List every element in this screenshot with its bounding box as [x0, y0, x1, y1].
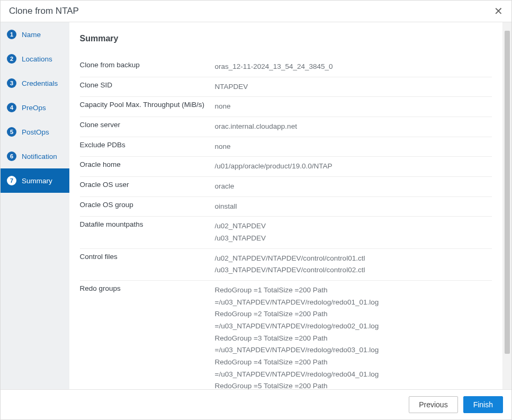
summary-row: Clone SIDNTAPDEV: [80, 77, 492, 97]
summary-value-line: RedoGroup =3 TotalSize =200 Path =/u03_N…: [215, 333, 492, 356]
wizard-sidebar: 1 Name 2 Locations 3 Credentials 4 PreOp…: [1, 22, 69, 389]
step-number-icon: 7: [7, 176, 16, 185]
summary-value: none: [215, 141, 492, 153]
summary-row: Exclude PDBsnone: [80, 137, 492, 157]
summary-value: NTAPDEV: [215, 81, 492, 93]
wizard-step-credentials[interactable]: 3 Credentials: [1, 71, 69, 95]
summary-label: Exclude PDBs: [80, 141, 215, 149]
step-number-icon: 6: [7, 151, 16, 161]
wizard-step-label: PostOps: [22, 128, 49, 136]
summary-value: /u02_NTAPDEV/NTAPDEV/control/control01.c…: [215, 253, 492, 276]
summary-value: oracle: [215, 181, 492, 193]
step-number-icon: 2: [7, 54, 16, 64]
summary-label: Clone from backup: [80, 61, 215, 69]
summary-label: Oracle OS group: [80, 201, 215, 209]
step-number-icon: 1: [7, 30, 16, 39]
summary-value-line: orac.internal.cloudapp.net: [215, 121, 492, 133]
summary-value-line: RedoGroup =2 TotalSize =200 Path =/u03_N…: [215, 308, 492, 332]
summary-row: Capacity Pool Max. Throughput (MiB/s)non…: [80, 96, 492, 117]
summary-table: Clone from backuporas_12-11-2024_13_54_2…: [80, 57, 492, 389]
summary-row: Datafile mountpaths/u02_NTAPDEV/u03_NTAP…: [80, 216, 492, 248]
summary-label: Clone SID: [80, 81, 215, 89]
wizard-step-locations[interactable]: 2 Locations: [1, 47, 69, 71]
dialog-header: Clone from NTAP ✕: [1, 1, 511, 22]
summary-row: Redo groupsRedoGroup =1 TotalSize =200 P…: [80, 280, 492, 389]
step-number-icon: 3: [7, 78, 16, 88]
clone-wizard-dialog: Clone from NTAP ✕ 1 Name 2 Locations 3 C…: [0, 0, 512, 420]
summary-value-line: oinstall: [215, 201, 492, 213]
summary-value: none: [215, 101, 492, 113]
step-number-icon: 5: [7, 127, 16, 137]
wizard-step-preops[interactable]: 4 PreOps: [1, 95, 69, 120]
wizard-step-label: Notification: [22, 153, 57, 160]
summary-row: Oracle OS groupoinstall: [80, 196, 492, 217]
summary-value: /u01/app/oracle/product/19.0.0/NTAP: [215, 160, 492, 173]
summary-value-line: NTAPDEV: [215, 81, 492, 93]
page-heading: Summary: [80, 34, 492, 43]
summary-panel: Summary Clone from backuporas_12-11-2024…: [69, 22, 504, 389]
summary-label: Clone server: [80, 121, 215, 129]
summary-value-line: none: [215, 141, 492, 153]
summary-row: Clone from backuporas_12-11-2024_13_54_2…: [80, 57, 492, 77]
content-wrap: Summary Clone from backuporas_12-11-2024…: [69, 22, 511, 389]
summary-value: RedoGroup =1 TotalSize =200 Path =/u03_N…: [215, 284, 492, 389]
dialog-body: 1 Name 2 Locations 3 Credentials 4 PreOp…: [1, 22, 511, 389]
summary-label: Oracle home: [80, 160, 215, 168]
summary-label: Capacity Pool Max. Throughput (MiB/s): [80, 101, 215, 109]
summary-value-line: /u03_NTAPDEV/NTAPDEV/control/control02.c…: [215, 264, 492, 276]
summary-value-line: none: [215, 101, 492, 113]
vertical-scrollbar[interactable]: [503, 22, 511, 389]
step-number-icon: 4: [7, 103, 16, 112]
previous-button[interactable]: Previous: [409, 396, 457, 413]
summary-value-line: oras_12-11-2024_13_54_24_3845_0: [215, 61, 492, 73]
summary-value-line: RedoGroup =5 TotalSize =200 Path =/u03_N…: [215, 380, 492, 389]
wizard-step-notification[interactable]: 6 Notification: [1, 144, 69, 168]
dialog-title: Clone from NTAP: [9, 6, 79, 16]
summary-value: oras_12-11-2024_13_54_24_3845_0: [215, 61, 492, 73]
close-icon[interactable]: ✕: [494, 6, 503, 16]
summary-label: Control files: [80, 253, 215, 261]
summary-value-line: oracle: [215, 181, 492, 193]
wizard-step-label: Locations: [22, 55, 52, 63]
summary-label: Oracle OS user: [80, 181, 215, 189]
wizard-step-summary[interactable]: 7 Summary: [1, 168, 69, 193]
wizard-step-name[interactable]: 1 Name: [1, 22, 69, 47]
summary-label: Datafile mountpaths: [80, 220, 215, 228]
summary-value-line: /u02_NTAPDEV/NTAPDEV/control/control01.c…: [215, 253, 492, 265]
summary-row: Oracle home/u01/app/oracle/product/19.0.…: [80, 156, 492, 176]
summary-label: Redo groups: [80, 284, 215, 292]
summary-value: oinstall: [215, 201, 492, 213]
summary-value-line: RedoGroup =1 TotalSize =200 Path =/u03_N…: [215, 284, 492, 308]
summary-value: orac.internal.cloudapp.net: [215, 121, 492, 133]
dialog-footer: Previous Finish: [1, 389, 511, 419]
summary-value: /u02_NTAPDEV/u03_NTAPDEV: [215, 220, 492, 244]
summary-value-line: /u02_NTAPDEV: [215, 220, 492, 233]
wizard-step-label: Name: [22, 31, 41, 39]
summary-row: Oracle OS useroracle: [80, 176, 492, 196]
summary-value-line: /u01/app/oracle/product/19.0.0/NTAP: [215, 160, 492, 173]
scrollbar-thumb[interactable]: [505, 31, 510, 354]
summary-value-line: /u03_NTAPDEV: [215, 233, 492, 245]
wizard-step-label: Credentials: [22, 79, 58, 87]
summary-value-line: RedoGroup =4 TotalSize =200 Path =/u03_N…: [215, 356, 492, 380]
summary-row: Control files/u02_NTAPDEV/NTAPDEV/contro…: [80, 248, 492, 280]
summary-row: Clone serverorac.internal.cloudapp.net: [80, 117, 492, 137]
wizard-step-postops[interactable]: 5 PostOps: [1, 120, 69, 144]
finish-button[interactable]: Finish: [463, 396, 503, 413]
wizard-step-label: PreOps: [22, 104, 46, 112]
wizard-step-label: Summary: [22, 177, 52, 185]
